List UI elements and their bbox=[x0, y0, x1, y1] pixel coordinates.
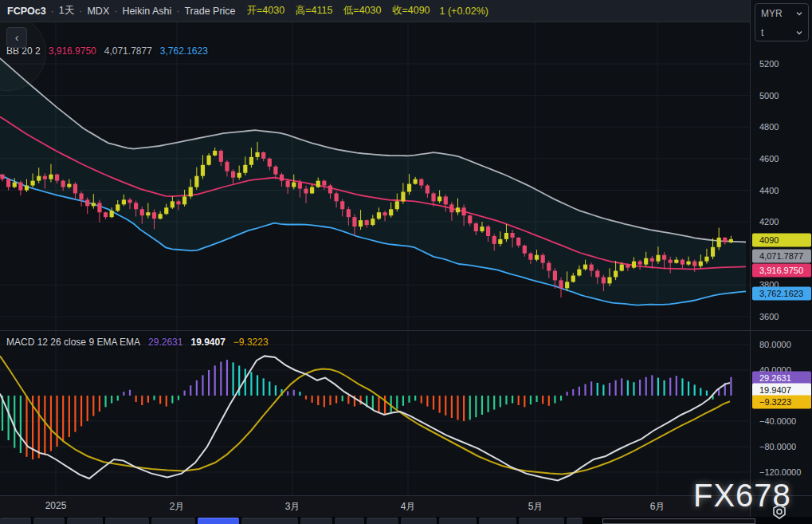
close-value: 收=4090 bbox=[392, 5, 430, 16]
macd-histogram bbox=[2, 360, 732, 459]
gear-icon bbox=[770, 502, 789, 522]
chart-window: FCPOc3 · 1天 · MDX · Heikin Ashi · Trade … bbox=[0, 0, 812, 524]
strip-segment-active[interactable] bbox=[198, 518, 239, 524]
time-axis[interactable]: 20252月3月4月5月6月 bbox=[0, 496, 750, 517]
strip-segment[interactable] bbox=[439, 518, 477, 524]
time-axis-label: 3月 bbox=[285, 500, 300, 514]
price-tick: 3600 bbox=[759, 312, 779, 321]
strip-segment[interactable] bbox=[151, 518, 195, 524]
currency-value: MYR bbox=[761, 8, 783, 19]
strip-segment[interactable] bbox=[335, 518, 364, 524]
strip-segment[interactable] bbox=[33, 518, 65, 524]
symbol-toolbar: FCPOc3 · 1天 · MDX · Heikin Ashi · Trade … bbox=[0, 0, 750, 22]
unit-dropdown[interactable]: t bbox=[755, 23, 808, 42]
macd-indicator-legend[interactable]: MACD 12 26 close 9 EMA EMA 29.2631 19.94… bbox=[6, 337, 269, 348]
strip-segment[interactable] bbox=[300, 518, 332, 524]
chevron-down-icon bbox=[796, 30, 802, 36]
strip-segment[interactable] bbox=[567, 518, 583, 524]
chart-canvas[interactable] bbox=[0, 0, 750, 496]
macd-title: MACD 12 26 close 9 EMA EMA bbox=[6, 337, 140, 348]
chart-style-button[interactable]: Heikin Ashi bbox=[122, 6, 171, 17]
pane-divider[interactable] bbox=[0, 330, 812, 331]
strip-segment[interactable] bbox=[67, 518, 103, 524]
macd-line bbox=[0, 356, 730, 480]
separator: · bbox=[51, 6, 54, 17]
strip-segment[interactable] bbox=[401, 518, 437, 524]
interval-button[interactable]: 1天 bbox=[59, 4, 74, 18]
macd-hist-value: 29.2631 bbox=[148, 337, 182, 348]
exchange-label: MDX bbox=[87, 6, 109, 17]
collapse-panel-button[interactable]: ‹ bbox=[6, 27, 27, 48]
separator: · bbox=[114, 6, 117, 17]
strip-segment[interactable] bbox=[519, 518, 564, 524]
separator: · bbox=[79, 6, 82, 17]
bb-lower-value: 3,762.1623 bbox=[160, 45, 208, 57]
price-tick: 4800 bbox=[759, 122, 779, 132]
symbol-button[interactable]: FCPOc3 bbox=[7, 6, 46, 17]
ohlc-readout: 开=4030 高=4115 低=4030 收=4090 bbox=[247, 4, 438, 18]
price-tick: 4200 bbox=[759, 217, 779, 227]
price-tick: 5200 bbox=[759, 59, 779, 69]
axis-settings-box: MYR t bbox=[755, 3, 809, 41]
price-axis-panel[interactable]: MYR t 5200500048004600440042003800360080… bbox=[750, 0, 812, 524]
macd-line-value: 19.9407 bbox=[190, 337, 225, 348]
time-axis-label: 6月 bbox=[650, 500, 665, 514]
time-axis-label: 5月 bbox=[528, 500, 543, 514]
macd-tick: −120.0000 bbox=[759, 467, 801, 477]
axis-price-label: −9.3223 bbox=[752, 396, 811, 409]
strip-segment[interactable] bbox=[105, 518, 149, 524]
axis-price-label: 3,916.9750 bbox=[752, 264, 811, 278]
bb-basis-value: 3,916.9750 bbox=[49, 45, 96, 57]
axis-price-label: 4,071.7877 bbox=[752, 250, 811, 263]
open-value: 开=4030 bbox=[247, 5, 285, 16]
thumbnail-strip bbox=[0, 517, 812, 524]
currency-dropdown[interactable]: MYR bbox=[755, 4, 808, 23]
low-value: 低=4030 bbox=[343, 5, 382, 16]
macd-signal-value: −9.3223 bbox=[233, 337, 269, 348]
change-value: 1 (+0.02%) bbox=[440, 6, 489, 17]
strip-preview-box[interactable] bbox=[602, 518, 755, 524]
price-tick: 5000 bbox=[759, 91, 779, 100]
axis-price-label: 3,762.1623 bbox=[752, 287, 811, 301]
axis-price-label: 4090 bbox=[752, 234, 811, 247]
bb-upper-value: 4,071.7877 bbox=[104, 45, 152, 57]
chevron-down-icon bbox=[796, 10, 802, 17]
time-axis-divider bbox=[0, 495, 812, 496]
macd-tick: −40.0000 bbox=[759, 416, 796, 426]
bb-indicator-legend[interactable]: BB 20 2 3,916.9750 4,071.7877 3,762.1623 bbox=[6, 45, 208, 57]
time-axis-label: 4月 bbox=[401, 500, 416, 514]
time-axis-label: 2025 bbox=[45, 500, 67, 511]
time-axis-label: 2月 bbox=[170, 500, 185, 514]
strip-segment[interactable] bbox=[479, 518, 516, 524]
series-label: Trade Price bbox=[184, 6, 235, 17]
separator: · bbox=[176, 6, 179, 17]
strip-segment[interactable] bbox=[241, 518, 298, 524]
strip-segment[interactable] bbox=[0, 518, 31, 524]
price-tick: 4600 bbox=[759, 154, 779, 164]
macd-tick: 80.0000 bbox=[759, 340, 791, 349]
price-tick: 4400 bbox=[759, 186, 779, 195]
signal-line bbox=[0, 356, 730, 474]
macd-tick: −80.0000 bbox=[759, 442, 796, 451]
unit-value: t bbox=[761, 27, 763, 38]
high-value: 高=4115 bbox=[296, 5, 333, 16]
strip-segment[interactable] bbox=[367, 518, 398, 524]
